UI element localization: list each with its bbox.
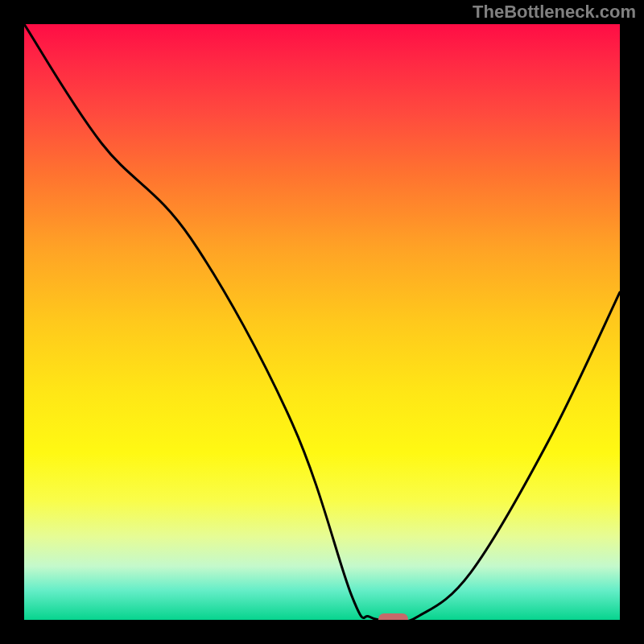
chart-plot-area: [24, 24, 620, 620]
watermark-label: TheBottleneck.com: [473, 2, 636, 23]
bottleneck-curve-path: [24, 24, 620, 620]
optimal-marker: [378, 613, 408, 620]
curve-svg: [24, 24, 620, 620]
